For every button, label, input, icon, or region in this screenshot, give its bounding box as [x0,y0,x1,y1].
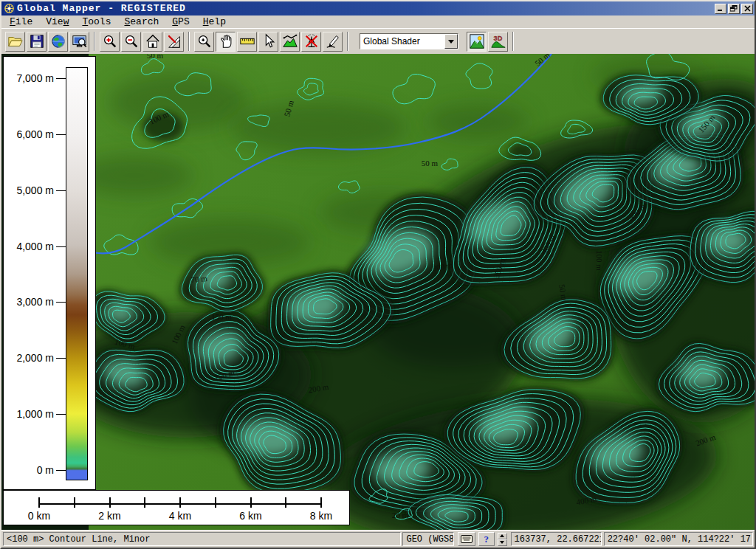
scale-label: 0 km [17,510,61,522]
legend-label: 2,000 m [4,352,54,364]
online-imagery-globe-icon [50,33,66,49]
measure-ruler-button[interactable] [237,32,257,52]
coordinate-spinner [498,533,507,546]
drafting-tools-icon [166,33,182,49]
measure-ruler-icon [239,33,255,49]
contour-label: 50 m [422,159,439,168]
select-arrow-button[interactable] [258,32,278,52]
view-3d-icon: 3D [490,33,506,49]
keyboard-button[interactable] [458,532,475,546]
save-button[interactable] [27,32,47,52]
menu-item-tools[interactable]: Tools [75,15,117,28]
shader-dropdown[interactable]: Global Shader [360,33,458,49]
help-button[interactable]: ? [478,532,495,546]
window-title: Global Mapper - REGISTERED [17,3,713,14]
menu-item-view[interactable]: View [39,15,75,28]
contour-label: 150 m [211,312,232,321]
legend-tick [56,470,66,471]
legend-label: 5,000 m [4,184,54,196]
legend-tick [56,302,66,303]
menu-item-file[interactable]: File [3,15,39,28]
digitizer-pen-button[interactable] [323,32,343,52]
legend-tick [56,134,66,135]
svg-text:3D: 3D [493,35,502,42]
restore-button[interactable] [728,4,740,14]
scale-tick [109,497,111,508]
texture-map-button[interactable] [467,32,487,52]
pan-hand-icon [218,33,234,49]
status-bar: <100 m> Contour Line, Minor GEO (WGS8 ? … [1,530,755,548]
full-view-home-button[interactable] [142,32,162,52]
legend-tick [56,246,66,247]
toolbar-separator [188,32,190,51]
open-file-button[interactable] [5,32,25,52]
pan-hand-button[interactable] [216,32,236,52]
contour-label: 100 m [595,250,604,271]
close-icon [744,5,751,12]
distance-scale-bar: 0 km2 km4 km6 km8 km [3,490,350,525]
help-icon: ? [484,534,489,545]
gps-tracking-button[interactable] [301,32,321,52]
minimize-button[interactable] [715,4,726,14]
gps-tracking-icon [303,33,320,49]
dropdown-arrow-icon[interactable] [444,34,458,49]
scale-tick [285,497,286,508]
restore-icon [730,5,738,12]
path-profile-icon [282,33,298,49]
spinner-up-button[interactable] [498,533,507,539]
zoom-tool-button[interactable] [194,32,214,52]
open-file-icon [7,33,24,49]
menu-item-gps[interactable]: GPS [165,15,196,28]
legend-tick [56,78,66,79]
legend-label: 4,000 m [4,241,54,252]
scale-label: 6 km [229,510,273,522]
full-view-home-icon [145,33,161,49]
zoom-in-icon [102,33,118,49]
scale-tick [215,497,216,508]
app-window: Global Mapper - REGISTERED FileViewTools… [0,0,756,549]
map-view[interactable]: 50 m50 m100 m50 m50 m150 m70 m150 m100 m… [1,54,755,530]
contour-label: 70 m [190,274,208,284]
zoom-out-button[interactable] [121,32,141,52]
zoom-tool-icon [196,33,213,49]
scale-label: 8 km [299,510,343,522]
close-button[interactable] [741,4,753,14]
cursor-position-latlon: 22?40' 02.00" N, 114?22' 17.89" E [604,532,753,546]
toolbar-separator [512,32,514,51]
drafting-tools-button[interactable] [164,32,184,52]
scale-tick [74,497,75,508]
online-imagery-globe-button[interactable] [48,32,68,52]
spinner-down-button[interactable] [498,539,507,546]
title-bar: Global Mapper - REGISTERED [1,1,755,15]
menu-item-help[interactable]: Help [196,15,233,28]
path-profile-button[interactable] [280,32,300,52]
legend-tick [56,414,66,415]
toolbar-separator [94,32,95,51]
legend-label: 7,000 m [4,72,54,84]
elevation-gradient-bar [66,67,88,480]
feature-status: <100 m> Contour Line, Minor [3,532,401,546]
scale-tick [250,497,252,508]
minimize-icon [717,5,724,12]
legend-tick [56,190,66,191]
view-3d-button[interactable]: 3D [488,32,508,52]
keyboard-icon [461,535,472,543]
menu-item-search[interactable]: Search [117,15,165,28]
legend-label: 0 m [4,464,54,476]
zoom-in-button[interactable] [100,32,120,52]
screen-capture-button[interactable] [69,32,89,52]
contour-label: 50 m [147,54,164,60]
screen-capture-icon [72,33,88,49]
app-icon [4,3,15,14]
select-arrow-icon [261,33,277,49]
legend-label: 1,000 m [4,408,54,420]
terrain-map-canvas[interactable]: 50 m50 m100 m50 m50 m150 m70 m150 m100 m… [1,54,755,530]
scale-label: 2 km [88,510,132,522]
texture-map-icon [469,33,485,49]
digitizer-pen-icon [325,33,341,49]
menu-bar: FileViewToolsSearchGPSHelp [1,15,755,28]
scale-tick [144,497,145,508]
toolbar-separator [347,32,348,51]
projection-status: GEO (WGS8 [402,532,453,546]
scale-tick [179,497,181,508]
